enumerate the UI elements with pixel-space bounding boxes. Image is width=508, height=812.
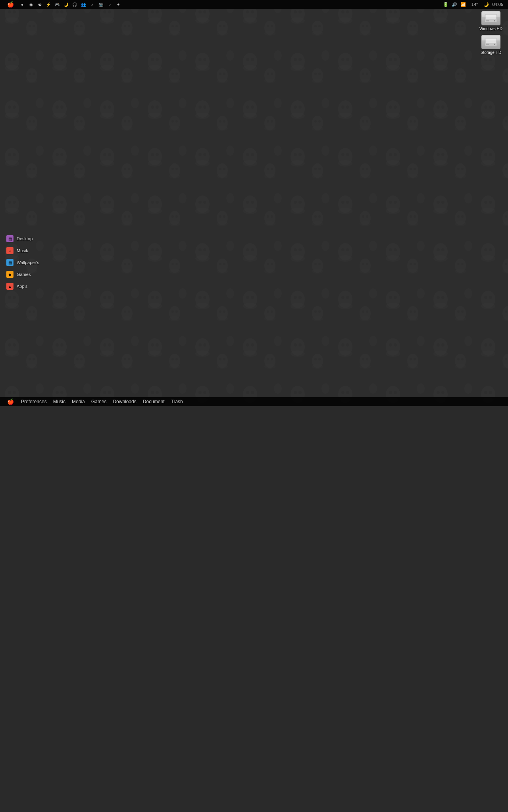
menu-document-top[interactable]: Document (140, 399, 168, 404)
menu-icon-12[interactable]: ✦ (114, 0, 123, 9)
menu-icon-5[interactable]: 🎮 (53, 0, 62, 9)
svg-point-17 (494, 44, 495, 45)
sidebar-item-musik-top[interactable]: ♪ Musik (4, 246, 42, 255)
battery-icon: 🔋 (443, 2, 448, 7)
menu-icon-8[interactable]: 👥 (79, 0, 88, 9)
menu-media-top[interactable]: Media (69, 399, 88, 404)
storage-svg (485, 38, 497, 46)
desktop-drives-top: Windows HD Storage HD (477, 11, 505, 55)
sidebar-item-desktop-top[interactable]: ▤ Desktop (4, 234, 42, 243)
sidebar-item-apps-top[interactable]: ▲ App's (4, 282, 42, 291)
apps-icon: ▲ (6, 283, 13, 290)
menu-icon-7[interactable]: 🎧 (70, 0, 79, 9)
apple-menu-icon[interactable]: 🍎 (3, 1, 18, 8)
windows-hd-icon (481, 11, 500, 25)
menu-trash-top[interactable]: Trash (168, 399, 186, 404)
storage-hd-icon (481, 35, 500, 49)
svg-rect-9 (0, 0, 508, 406)
wifi-icon: 📶 (460, 2, 466, 7)
windows-hd-drive[interactable]: Windows HD (477, 11, 505, 31)
wallpaper-label-top: Wallpaper's (17, 260, 39, 265)
top-menubar: 🍎 ● ◉ ☯ ⚡ 🎮 🌙 🎧 👥 ♪ 📷 ○ ✦ 🔋 🔊 📶 14° 🌙 04… (0, 0, 508, 9)
menu-icon-6[interactable]: 🌙 (62, 0, 70, 9)
musik-label-top: Musik (17, 248, 28, 253)
menu-preferences-top[interactable]: Preferences (18, 399, 50, 404)
storage-hd-drive[interactable]: Storage HD (477, 35, 505, 55)
svg-rect-12 (486, 20, 489, 21)
temperature-top: 14° (469, 2, 481, 7)
desktop-background (0, 0, 508, 406)
apps-label-top: App's (17, 284, 27, 289)
menu-downloads-top[interactable]: Downloads (110, 399, 139, 404)
bottom-menu-left: 🍎 Preferences Music Media Games Download… (0, 398, 186, 405)
ghost-pattern-top (0, 0, 508, 406)
musik-icon: ♪ (6, 247, 13, 254)
volume-icon: 🔊 (452, 2, 457, 7)
sidebar-item-games-top[interactable]: ◆ Games (4, 270, 42, 279)
menu-icon-10[interactable]: 📷 (96, 0, 105, 9)
games-label-top: Games (17, 272, 31, 277)
menu-icon-11[interactable]: ○ (105, 0, 114, 9)
windows-hd-label: Windows HD (479, 27, 502, 31)
svg-rect-15 (486, 39, 496, 43)
hd-svg (485, 14, 497, 23)
games-icon: ◆ (6, 271, 13, 278)
bottom-menubar-top: 🍎 Preferences Music Media Games Download… (0, 397, 508, 406)
menubar-left: 🍎 ● ◉ ☯ ⚡ 🎮 🌙 🎧 👥 ♪ 📷 ○ ✦ (0, 0, 123, 9)
apple-icon-bottom-top[interactable]: 🍎 (3, 398, 18, 405)
desktop-icon: ▤ (6, 235, 13, 242)
menu-icon-3[interactable]: ☯ (35, 0, 44, 9)
menu-icon-1[interactable]: ● (18, 0, 27, 9)
storage-hd-label: Storage HD (481, 50, 501, 55)
svg-point-13 (494, 20, 495, 21)
menu-icon-2[interactable]: ◉ (27, 0, 35, 9)
menu-icon-4[interactable]: ⚡ (44, 0, 53, 9)
menu-music-top[interactable]: Music (50, 399, 69, 404)
wallpaper-icon: ▤ (6, 259, 13, 266)
svg-rect-16 (486, 44, 489, 45)
moon-icon-top: 🌙 (483, 2, 489, 7)
svg-rect-11 (486, 15, 496, 19)
desktop-label-top: Desktop (17, 236, 33, 241)
menu-icon-9[interactable]: ♪ (88, 0, 96, 9)
menubar-right: 🔋 🔊 📶 14° 🌙 04:05 (443, 2, 508, 7)
menu-games-top[interactable]: Games (88, 399, 110, 404)
sidebar-item-wallpaper-top[interactable]: ▤ Wallpaper's (4, 258, 42, 267)
top-half-desktop: 🍎 ● ◉ ☯ ⚡ 🎮 🌙 🎧 👥 ♪ 📷 ○ ✦ 🔋 🔊 📶 14° 🌙 04… (0, 0, 508, 406)
time-top: 04:05 (492, 2, 505, 7)
sidebar-top: ▤ Desktop ♪ Musik ▤ Wallpaper's ◆ Games … (4, 234, 42, 291)
